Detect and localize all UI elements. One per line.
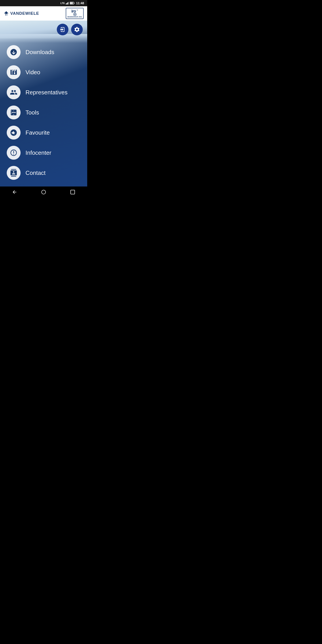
contact-label: Contact bbox=[26, 170, 46, 176]
menu-item-favourite[interactable]: Favourite bbox=[7, 124, 87, 142]
iro-circle-icon bbox=[72, 13, 77, 16]
video-label: Video bbox=[26, 69, 40, 76]
battery-icon bbox=[70, 2, 75, 4]
brand-name: VANDEWIELE bbox=[10, 11, 39, 16]
contact-icon-wrap bbox=[7, 166, 20, 180]
contact-icon bbox=[10, 169, 18, 177]
svg-rect-1 bbox=[67, 3, 67, 4]
back-icon bbox=[12, 190, 17, 195]
status-time: 11:48 bbox=[76, 1, 84, 5]
svg-rect-6 bbox=[74, 3, 74, 4]
svg-rect-3 bbox=[68, 2, 69, 4]
svg-point-8 bbox=[74, 14, 76, 15]
status-icons: LTE 11:48 bbox=[60, 1, 84, 5]
svg-rect-10 bbox=[71, 190, 75, 194]
representatives-label: Representatives bbox=[26, 89, 68, 96]
gear-icon bbox=[74, 26, 80, 33]
svg-rect-0 bbox=[66, 4, 66, 4]
iro-subtext: MEMMINGER-IRO bbox=[67, 16, 82, 18]
hero-section: Downloads Video Representatives bbox=[0, 20, 87, 186]
hero-top bbox=[0, 20, 87, 38]
iro-reg: ® bbox=[77, 9, 78, 11]
recents-icon bbox=[70, 190, 75, 195]
recents-button[interactable] bbox=[69, 188, 77, 196]
status-bar: LTE 11:48 bbox=[0, 0, 87, 6]
menu-item-infocenter[interactable]: Infocenter bbox=[7, 144, 87, 162]
login-icon bbox=[60, 26, 66, 33]
chat-icon bbox=[10, 149, 18, 156]
login-button[interactable] bbox=[57, 24, 68, 35]
menu-item-downloads[interactable]: Downloads bbox=[7, 43, 87, 61]
network-type: LTE bbox=[60, 2, 65, 4]
video-icon bbox=[10, 68, 18, 76]
menu-item-video[interactable]: Video bbox=[7, 63, 87, 82]
signal-icon bbox=[66, 2, 69, 4]
menu-item-representatives[interactable]: Representatives bbox=[7, 83, 87, 102]
home-circle-icon bbox=[41, 190, 46, 195]
tools-label: Tools bbox=[26, 109, 39, 116]
tools-icon-wrap bbox=[7, 106, 20, 120]
tools-icon bbox=[10, 109, 18, 116]
downloads-icon-wrap bbox=[7, 45, 20, 59]
infocenter-icon-wrap bbox=[7, 146, 20, 160]
svg-rect-2 bbox=[68, 2, 68, 4]
star-icon bbox=[10, 129, 18, 136]
download-icon bbox=[10, 48, 18, 56]
iro-logo: iro ® MEMMINGER-IRO bbox=[66, 8, 84, 19]
back-button[interactable] bbox=[10, 188, 18, 196]
downloads-label: Downloads bbox=[26, 49, 54, 56]
app-header: VANDEWIELE iro ® MEMMINGER-IRO bbox=[0, 6, 87, 20]
bottom-nav bbox=[0, 186, 87, 198]
menu-item-tools[interactable]: Tools bbox=[7, 103, 87, 122]
settings-button[interactable] bbox=[71, 24, 83, 35]
home-button[interactable] bbox=[40, 188, 48, 196]
video-icon-wrap bbox=[7, 65, 20, 79]
infocenter-label: Infocenter bbox=[26, 149, 52, 156]
menu-item-contact[interactable]: Contact bbox=[7, 164, 87, 182]
representatives-icon-wrap bbox=[7, 86, 20, 99]
representatives-icon bbox=[10, 88, 18, 96]
favourite-icon-wrap bbox=[7, 126, 20, 140]
brand-logo: VANDEWIELE bbox=[4, 11, 39, 16]
menu-list: Downloads Video Representatives bbox=[0, 38, 87, 186]
brand-arrow-icon bbox=[4, 11, 9, 16]
svg-point-9 bbox=[42, 190, 46, 194]
favourite-label: Favourite bbox=[26, 129, 50, 136]
